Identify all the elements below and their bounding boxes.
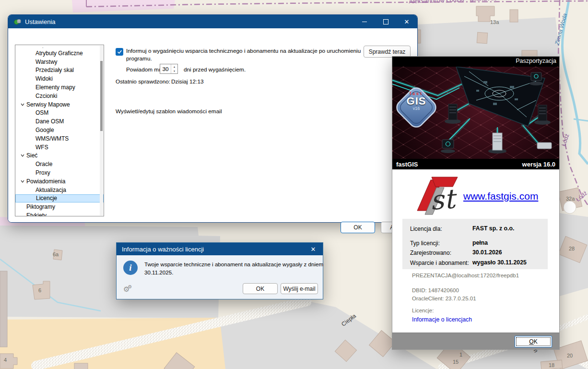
building-label: 28 <box>569 246 575 251</box>
sidebar-item-wfs[interactable]: WFS <box>15 143 104 152</box>
close-icon: ✕ <box>311 246 316 252</box>
license-message-line1: Twoje wsparcie techniczne i abonament na… <box>144 261 323 267</box>
chevron-down-icon <box>19 102 26 107</box>
license-validity-dialog: Informacja o ważności licencji ✕ i Twoje… <box>116 242 323 299</box>
gis-badge-gis-text: GIS <box>401 96 432 107</box>
sidebar-item-atrybuty-graficzne[interactable]: Atrybuty Graficzne <box>15 49 104 58</box>
settings-window-title: Ustawienia <box>25 18 56 25</box>
sidebar-item-warstwy[interactable]: Warstwy <box>15 58 104 66</box>
settings-body: . Atrybuty Graficzne Warstwy Przedziały … <box>8 28 417 222</box>
sidebar-item-elementy-mapy[interactable]: Elementy mapy <box>15 83 104 92</box>
splash-artwork: fast GIS v16 <box>392 67 559 159</box>
application-screen: Aleksandrów Łódzki - gmina Ale Ciepła Zi… <box>0 0 588 369</box>
settings-window: Ustawienia ✕ . Atrybuty Graficzne Warstw… <box>8 14 418 223</box>
license-type-value: pełna <box>472 239 488 246</box>
gears-icon[interactable]: ⚙⚙ <box>123 285 134 294</box>
splash-banner: Paszportyzacja <box>392 57 559 169</box>
sidebar-item-widoki[interactable]: Widoki <box>15 74 104 83</box>
vendor-logo-area: st www.fastgis.com <box>392 169 559 219</box>
notify-checkbox-label-line1: Informuj o wygaśnięciu wsparcia technicz… <box>126 48 361 54</box>
sidebar-item-aktualizacja[interactable]: Aktualizacja <box>15 186 104 194</box>
gis-badge: fast GIS v16 <box>401 92 432 111</box>
sidebar-item-dane-osm[interactable]: Dane OSM <box>15 117 104 126</box>
sidebar-item-osm[interactable]: OSM <box>15 109 104 118</box>
support-label: Wsparcie i abonament: <box>410 260 469 266</box>
last-checked-label: Ostatnio sprawdzono: <box>116 78 170 85</box>
chevron-down-icon <box>19 179 26 184</box>
dialog-close-button[interactable]: ✕ <box>304 243 323 255</box>
notify-days-suffix: dni przed wygaśnięciem. <box>184 66 246 73</box>
sidebar-item-wms-wmts[interactable]: WMS/WMTS <box>15 134 104 143</box>
building-label: 6a <box>53 251 59 257</box>
license-details-link[interactable]: Informacje o licencjach <box>412 316 472 323</box>
splash-version-label: wersja 16.0 <box>522 161 555 168</box>
support-value: wygasło 30.11.2025 <box>472 259 527 266</box>
sidebar-item-czcionki[interactable]: Czcionki <box>15 92 104 100</box>
tree-scrollbar[interactable] <box>100 46 103 215</box>
sidebar-item-proxy[interactable]: Proxy <box>15 168 104 177</box>
app-icon <box>14 18 21 25</box>
about-footer: OK <box>392 333 559 349</box>
tree-scrollbar-thumb[interactable] <box>100 61 103 131</box>
sidebar-item-oracle[interactable]: Oracle <box>15 160 104 168</box>
building-label: 1 <box>459 352 462 357</box>
notify-days-stepper[interactable]: 30 ▲ ▼ <box>160 64 178 74</box>
connection-string: PREZENTACJA@localhost:17202/freepdb1 <box>412 273 519 278</box>
license-info-panel: Licencja dla: FAST sp. z o.o. Typ licenc… <box>402 219 548 269</box>
settings-titlebar[interactable]: Ustawienia ✕ <box>8 15 417 28</box>
checkmark-icon <box>117 49 122 55</box>
dialog-send-email-button[interactable]: Wyślij e-mail <box>281 283 318 294</box>
fastgis-website-link[interactable]: www.fastgis.com <box>463 190 538 202</box>
sidebar-item-przedzialy-skal[interactable]: Przedziały skal <box>15 66 104 75</box>
license-for-label: Licencja dla: <box>410 226 442 232</box>
settings-ok-button[interactable]: OK <box>341 222 375 233</box>
maximize-icon <box>383 19 388 24</box>
splash-product-name: fastGIS <box>396 161 418 168</box>
sidebar-item-siec[interactable]: Sieć <box>15 152 104 160</box>
close-button[interactable]: ✕ <box>396 15 417 28</box>
last-checked-value: Dzisiaj 12:13 <box>171 78 204 85</box>
license-dialog-titlebar[interactable]: Informacja o ważności licencji ✕ <box>117 243 323 255</box>
dbid-text: DBID: 1487420600 <box>412 287 459 293</box>
sidebar-item-serwisy-mapowe[interactable]: Serwisy Mapowe <box>15 100 104 109</box>
maximize-button[interactable] <box>375 15 396 28</box>
dialog-ok-button[interactable]: OK <box>243 283 278 294</box>
email-template-link[interactable]: Wyświetl/edytuj szablon wiadomości email <box>116 108 222 115</box>
license-type-label: Typ licencji: <box>410 240 440 247</box>
building-label: 32a <box>566 196 575 202</box>
about-ok-button[interactable]: OK <box>515 336 552 347</box>
minimize-icon <box>362 22 367 22</box>
stepper-down-icon[interactable]: ▼ <box>171 69 177 74</box>
licenses-label: Licencje: <box>412 308 434 313</box>
svg-text:st: st <box>429 183 458 216</box>
sidebar-item-google[interactable]: Google <box>15 126 104 134</box>
building-label: 4 <box>4 357 7 363</box>
building-label: 20 <box>567 353 573 358</box>
about-window: Paszportyzacja <box>392 56 560 350</box>
notify-checkbox[interactable] <box>116 48 123 56</box>
stepper-arrows[interactable]: ▲ ▼ <box>171 64 177 73</box>
sidebar-item-piktogramy[interactable]: Piktogramy <box>15 202 104 211</box>
license-message-line2: 30.11.2025. <box>144 269 173 275</box>
building-label: 18 <box>549 362 554 368</box>
registered-value: 30.01.2026 <box>472 249 502 256</box>
stepper-up-icon[interactable]: ▲ <box>171 64 177 69</box>
building-label: 15 <box>453 359 459 365</box>
close-icon: ✕ <box>404 19 410 25</box>
building-label: 13a <box>490 19 499 25</box>
gis-badge-version-text: v16 <box>401 107 432 111</box>
sidebar-item-licencje-selected[interactable]: Licencje <box>15 194 104 203</box>
chevron-down-icon <box>19 153 26 158</box>
notify-checkbox-label-line2: programu. <box>126 55 152 62</box>
sidebar-item-powiadomienia[interactable]: Powiadomienia <box>15 177 104 186</box>
oracle-client-text: OracleClient: 23.7.0.25.01 <box>412 296 476 301</box>
sidebar-item-etykiety[interactable]: Etykiety <box>15 211 104 216</box>
minimize-button[interactable] <box>354 15 375 28</box>
notify-days-value[interactable]: 30 <box>160 64 171 73</box>
info-icon: i <box>123 261 138 275</box>
registered-label: Zarejestrowano: <box>410 250 451 256</box>
license-dialog-title: Informacja o ważności licencji <box>122 246 204 253</box>
settings-tree[interactable]: . Atrybuty Graficzne Warstwy Przedziały … <box>15 45 104 216</box>
splash-edition-label: Paszportyzacja <box>516 58 556 64</box>
fast-logo: st <box>407 173 464 216</box>
